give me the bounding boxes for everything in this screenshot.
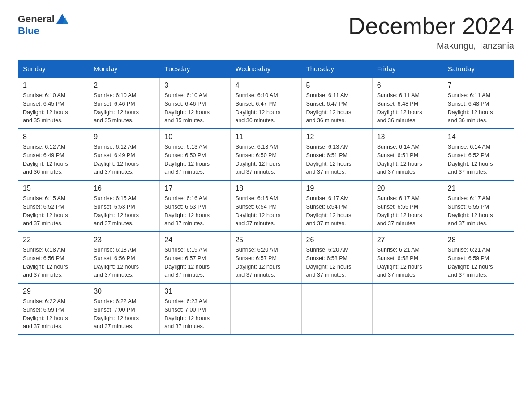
day-number: 25 [235,236,296,244]
day-info: Sunrise: 6:22 AMSunset: 6:59 PMDaylight:… [23,297,84,331]
col-header-friday: Friday [372,60,443,78]
day-number: 11 [235,133,296,141]
calendar-cell: 9Sunrise: 6:12 AMSunset: 6:49 PMDaylight… [89,129,160,180]
day-number: 8 [23,133,84,141]
calendar-header: SundayMondayTuesdayWednesdayThursdayFrid… [18,60,514,78]
day-info: Sunrise: 6:15 AMSunset: 6:52 PMDaylight:… [23,194,84,228]
calendar-week-5: 29Sunrise: 6:22 AMSunset: 6:59 PMDayligh… [18,283,514,335]
day-info: Sunrise: 6:17 AMSunset: 6:54 PMDaylight:… [306,194,368,228]
calendar-cell: 2Sunrise: 6:10 AMSunset: 6:46 PMDaylight… [89,77,160,129]
day-number: 18 [235,184,296,193]
calendar-cell: 14Sunrise: 6:14 AMSunset: 6:52 PMDayligh… [443,129,514,180]
calendar-cell: 25Sunrise: 6:20 AMSunset: 6:57 PMDayligh… [231,232,301,283]
logo-triangle-icon [56,13,69,25]
day-number: 16 [94,184,155,193]
day-number: 26 [306,236,368,244]
col-header-thursday: Thursday [301,60,372,78]
day-info: Sunrise: 6:15 AMSunset: 6:53 PMDaylight:… [94,194,155,228]
day-info: Sunrise: 6:11 AMSunset: 6:48 PMDaylight:… [377,91,438,125]
calendar-cell: 30Sunrise: 6:22 AMSunset: 7:00 PMDayligh… [89,283,160,335]
day-number: 31 [164,287,226,295]
day-info: Sunrise: 6:19 AMSunset: 6:57 PMDaylight:… [164,246,226,279]
day-number: 22 [23,236,84,244]
day-info: Sunrise: 6:11 AMSunset: 6:48 PMDaylight:… [448,91,509,125]
day-info: Sunrise: 6:22 AMSunset: 7:00 PMDaylight:… [94,297,155,331]
calendar-week-2: 8Sunrise: 6:12 AMSunset: 6:49 PMDaylight… [18,129,514,180]
day-number: 2 [94,81,155,90]
day-info: Sunrise: 6:12 AMSunset: 6:49 PMDaylight:… [23,143,84,176]
calendar-cell: 8Sunrise: 6:12 AMSunset: 6:49 PMDaylight… [18,129,89,180]
title-block: December 2024 Makungu, Tanzania [348,13,514,51]
calendar-cell: 17Sunrise: 6:16 AMSunset: 6:53 PMDayligh… [160,180,231,232]
logo-blue-text: Blue [18,25,39,37]
day-info: Sunrise: 6:23 AMSunset: 7:00 PMDaylight:… [164,297,226,331]
day-number: 28 [448,236,509,244]
day-info: Sunrise: 6:13 AMSunset: 6:51 PMDaylight:… [306,143,368,176]
calendar-cell [372,283,443,335]
day-number: 5 [306,81,368,90]
col-header-sunday: Sunday [18,60,89,78]
calendar-cell: 20Sunrise: 6:17 AMSunset: 6:55 PMDayligh… [372,180,443,232]
col-header-saturday: Saturday [443,60,514,78]
calendar-cell: 26Sunrise: 6:20 AMSunset: 6:58 PMDayligh… [301,232,372,283]
calendar-body: 1Sunrise: 6:10 AMSunset: 6:45 PMDaylight… [18,77,514,335]
day-number: 12 [306,133,368,141]
day-info: Sunrise: 6:18 AMSunset: 6:56 PMDaylight:… [94,246,155,279]
day-number: 27 [377,236,438,244]
day-number: 15 [23,184,84,193]
calendar-cell: 5Sunrise: 6:11 AMSunset: 6:47 PMDaylight… [301,77,372,129]
day-number: 13 [377,133,438,141]
calendar-week-4: 22Sunrise: 6:18 AMSunset: 6:56 PMDayligh… [18,232,514,283]
day-number: 1 [23,81,84,90]
day-number: 6 [377,81,438,90]
calendar-cell [301,283,372,335]
day-info: Sunrise: 6:14 AMSunset: 6:51 PMDaylight:… [377,143,438,176]
calendar-cell: 24Sunrise: 6:19 AMSunset: 6:57 PMDayligh… [160,232,231,283]
calendar-cell: 13Sunrise: 6:14 AMSunset: 6:51 PMDayligh… [372,129,443,180]
calendar-cell: 3Sunrise: 6:10 AMSunset: 6:46 PMDaylight… [160,77,231,129]
day-info: Sunrise: 6:14 AMSunset: 6:52 PMDaylight:… [448,143,509,176]
day-info: Sunrise: 6:16 AMSunset: 6:53 PMDaylight:… [164,194,226,228]
day-info: Sunrise: 6:21 AMSunset: 6:58 PMDaylight:… [377,246,438,279]
calendar-cell: 1Sunrise: 6:10 AMSunset: 6:45 PMDaylight… [18,77,89,129]
day-info: Sunrise: 6:13 AMSunset: 6:50 PMDaylight:… [164,143,226,176]
day-number: 21 [448,184,509,193]
calendar-cell: 27Sunrise: 6:21 AMSunset: 6:58 PMDayligh… [372,232,443,283]
calendar-cell: 10Sunrise: 6:13 AMSunset: 6:50 PMDayligh… [160,129,231,180]
day-info: Sunrise: 6:11 AMSunset: 6:47 PMDaylight:… [306,91,368,125]
day-number: 19 [306,184,368,193]
calendar-cell: 28Sunrise: 6:21 AMSunset: 6:59 PMDayligh… [443,232,514,283]
day-number: 4 [235,81,296,90]
logo-general-text: General [18,13,55,25]
calendar-cell [231,283,301,335]
day-info: Sunrise: 6:20 AMSunset: 6:58 PMDaylight:… [306,246,368,279]
day-info: Sunrise: 6:13 AMSunset: 6:50 PMDaylight:… [235,143,296,176]
calendar-week-1: 1Sunrise: 6:10 AMSunset: 6:45 PMDaylight… [18,77,514,129]
day-number: 30 [94,287,155,295]
logo: General Blue [18,13,69,37]
calendar-cell: 29Sunrise: 6:22 AMSunset: 6:59 PMDayligh… [18,283,89,335]
calendar-cell: 6Sunrise: 6:11 AMSunset: 6:48 PMDaylight… [372,77,443,129]
calendar-table: SundayMondayTuesdayWednesdayThursdayFrid… [18,60,514,335]
calendar-cell [443,283,514,335]
day-number: 7 [448,81,509,90]
day-number: 20 [377,184,438,193]
calendar-cell: 21Sunrise: 6:17 AMSunset: 6:55 PMDayligh… [443,180,514,232]
calendar-cell: 23Sunrise: 6:18 AMSunset: 6:56 PMDayligh… [89,232,160,283]
day-info: Sunrise: 6:10 AMSunset: 6:46 PMDaylight:… [94,91,155,125]
day-info: Sunrise: 6:21 AMSunset: 6:59 PMDaylight:… [448,246,509,279]
calendar-cell: 18Sunrise: 6:16 AMSunset: 6:54 PMDayligh… [231,180,301,232]
day-info: Sunrise: 6:10 AMSunset: 6:45 PMDaylight:… [23,91,84,125]
col-header-tuesday: Tuesday [160,60,231,78]
day-info: Sunrise: 6:10 AMSunset: 6:47 PMDaylight:… [235,91,296,125]
day-number: 23 [94,236,155,244]
calendar-week-3: 15Sunrise: 6:15 AMSunset: 6:52 PMDayligh… [18,180,514,232]
calendar-cell: 15Sunrise: 6:15 AMSunset: 6:52 PMDayligh… [18,180,89,232]
day-info: Sunrise: 6:18 AMSunset: 6:56 PMDaylight:… [23,246,84,279]
day-info: Sunrise: 6:12 AMSunset: 6:49 PMDaylight:… [94,143,155,176]
calendar-cell: 22Sunrise: 6:18 AMSunset: 6:56 PMDayligh… [18,232,89,283]
calendar-cell: 11Sunrise: 6:13 AMSunset: 6:50 PMDayligh… [231,129,301,180]
calendar-cell: 16Sunrise: 6:15 AMSunset: 6:53 PMDayligh… [89,180,160,232]
day-number: 17 [164,184,226,193]
day-info: Sunrise: 6:17 AMSunset: 6:55 PMDaylight:… [448,194,509,228]
